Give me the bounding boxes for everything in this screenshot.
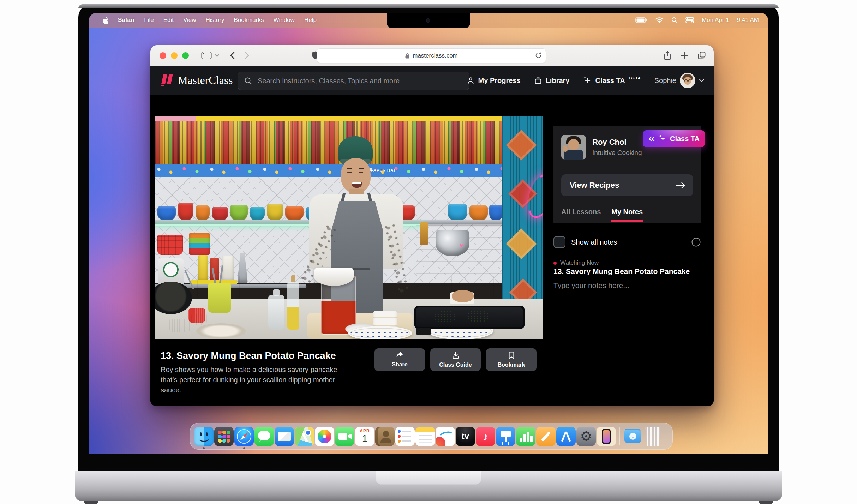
show-all-notes-row: Show all notes bbox=[553, 236, 701, 248]
button-label: Bookmark bbox=[497, 362, 525, 368]
reload-icon[interactable] bbox=[535, 52, 541, 59]
back-button[interactable] bbox=[230, 52, 235, 59]
bowl bbox=[212, 207, 228, 221]
dock-icon-launchpad[interactable] bbox=[214, 427, 234, 446]
menu-item-view[interactable]: View bbox=[183, 17, 196, 24]
nav-class-ta[interactable]: Class TA BETA bbox=[583, 76, 641, 85]
dock: APR 1 bbox=[190, 423, 673, 450]
bookmark-icon bbox=[508, 351, 515, 360]
dock-icon-photos[interactable] bbox=[315, 427, 334, 446]
menu-item-history[interactable]: History bbox=[206, 17, 224, 24]
instructor-thumbnail bbox=[561, 135, 586, 160]
class-ta-button[interactable]: Class TA bbox=[643, 130, 705, 147]
tab-overview-icon[interactable] bbox=[697, 51, 706, 60]
minimize-window-button[interactable] bbox=[171, 52, 178, 59]
dock-icon-system-settings[interactable] bbox=[576, 427, 596, 446]
tab-my-notes[interactable]: My Notes bbox=[611, 208, 643, 222]
share-export-icon[interactable] bbox=[664, 51, 671, 60]
running-indicator bbox=[243, 447, 245, 449]
sparkle-icon bbox=[659, 135, 666, 143]
dock-icon-trash[interactable] bbox=[643, 427, 663, 446]
library-icon bbox=[534, 76, 542, 85]
scene-sauce-bottles bbox=[155, 121, 504, 164]
dock-icon-messages[interactable] bbox=[254, 427, 274, 446]
bookmark-button[interactable]: Bookmark bbox=[486, 348, 537, 371]
scene-red-basket bbox=[157, 235, 183, 255]
brand-wordmark[interactable]: MasterClass bbox=[178, 74, 233, 87]
search-input[interactable] bbox=[257, 77, 449, 85]
chevron-down-icon bbox=[699, 79, 705, 82]
nav-my-progress[interactable]: My Progress bbox=[467, 76, 521, 85]
account-username: Sophie bbox=[654, 77, 676, 85]
menu-item-edit[interactable]: Edit bbox=[163, 17, 174, 24]
dock-icon-music[interactable] bbox=[476, 427, 495, 446]
menu-item-file[interactable]: File bbox=[144, 17, 154, 24]
dock-icon-downloads[interactable] bbox=[623, 427, 642, 446]
download-icon bbox=[451, 351, 460, 360]
safari-toolbar: masterclass.com bbox=[150, 45, 714, 66]
dock-icon-app-store[interactable] bbox=[556, 427, 576, 446]
notes-input[interactable]: Type your notes here... bbox=[553, 281, 629, 290]
instructor-row: Roy Choi Intuitive Cooking bbox=[561, 135, 642, 160]
dock-icon-numbers[interactable] bbox=[516, 427, 535, 446]
zoom-window-button[interactable] bbox=[182, 52, 189, 59]
battery-icon[interactable] bbox=[635, 17, 647, 23]
camera-icon bbox=[426, 18, 430, 23]
scene-carafe bbox=[268, 295, 284, 330]
tab-all-lessons[interactable]: All Lessons bbox=[561, 208, 601, 222]
sidebar-tabs: All Lessons My Notes bbox=[561, 208, 643, 222]
dock-icon-facetime[interactable] bbox=[335, 427, 354, 446]
menu-bar-time[interactable]: 9:41 AM bbox=[737, 17, 759, 24]
share-button[interactable]: Share bbox=[374, 348, 425, 371]
dock-icon-contacts[interactable] bbox=[375, 427, 395, 446]
scene-pancake bbox=[467, 310, 490, 323]
dock-icon-mail[interactable] bbox=[275, 427, 294, 446]
scene-oil-bottle bbox=[287, 282, 299, 330]
button-label: Class Guide bbox=[439, 362, 472, 368]
menu-item-safari[interactable]: Safari bbox=[118, 17, 134, 24]
nav-library[interactable]: Library bbox=[534, 76, 570, 85]
dock-icon-freeform[interactable] bbox=[436, 427, 455, 446]
dock-icon-calendar[interactable]: APR 1 bbox=[355, 427, 374, 446]
bowl bbox=[157, 206, 176, 221]
view-recipes-button[interactable]: View Recipes bbox=[561, 174, 693, 196]
forward-button[interactable] bbox=[245, 52, 249, 59]
spotlight-search-icon[interactable] bbox=[671, 17, 678, 23]
menu-item-window[interactable]: Window bbox=[273, 17, 294, 24]
dock-icon-pages[interactable] bbox=[536, 427, 556, 446]
new-tab-icon[interactable] bbox=[681, 52, 688, 59]
dock-icon-reminders[interactable] bbox=[395, 427, 415, 446]
class-guide-button[interactable]: Class Guide bbox=[430, 348, 481, 371]
dock-icon-safari[interactable] bbox=[234, 427, 254, 446]
menu-item-bookmarks[interactable]: Bookmarks bbox=[234, 17, 264, 24]
scene-dotted-plate bbox=[348, 326, 412, 339]
calendar-day: 1 bbox=[362, 434, 367, 443]
show-all-notes-checkbox[interactable] bbox=[553, 236, 565, 248]
running-indicator bbox=[203, 447, 205, 449]
dock-icon-notes[interactable] bbox=[415, 427, 435, 446]
avatar[interactable] bbox=[680, 73, 695, 88]
sidebar-chevron-down-icon[interactable] bbox=[215, 54, 220, 57]
apple-menu-icon[interactable] bbox=[102, 17, 108, 24]
wifi-icon[interactable] bbox=[655, 17, 664, 23]
dock-icon-maps[interactable] bbox=[295, 427, 314, 446]
control-center-icon[interactable] bbox=[685, 17, 694, 23]
close-window-button[interactable] bbox=[160, 52, 166, 59]
sidebar-toggle-icon[interactable] bbox=[201, 51, 212, 60]
masterclass-logo-icon[interactable] bbox=[161, 74, 174, 86]
scene-sticker-text: PAPER HAT bbox=[371, 168, 396, 173]
account-menu[interactable]: Sophie bbox=[654, 73, 705, 88]
dock-icon-finder[interactable] bbox=[194, 427, 214, 446]
display-notch bbox=[387, 13, 470, 28]
dock-icon-keynote[interactable] bbox=[496, 427, 515, 446]
menu-bar-date[interactable]: Mon Apr 1 bbox=[702, 17, 729, 24]
search-bar[interactable] bbox=[238, 72, 469, 90]
menu-item-help[interactable]: Help bbox=[304, 17, 317, 24]
video-player[interactable]: PAPER HAT bbox=[155, 116, 543, 339]
safari-window: masterclass.com bbox=[150, 45, 714, 406]
address-bar[interactable]: masterclass.com bbox=[317, 48, 546, 63]
dock-icon-iphone-mirroring[interactable] bbox=[597, 427, 616, 446]
dock-icon-apple-tv[interactable] bbox=[456, 427, 475, 446]
info-icon[interactable] bbox=[691, 237, 701, 247]
macbook-foot bbox=[84, 501, 98, 504]
